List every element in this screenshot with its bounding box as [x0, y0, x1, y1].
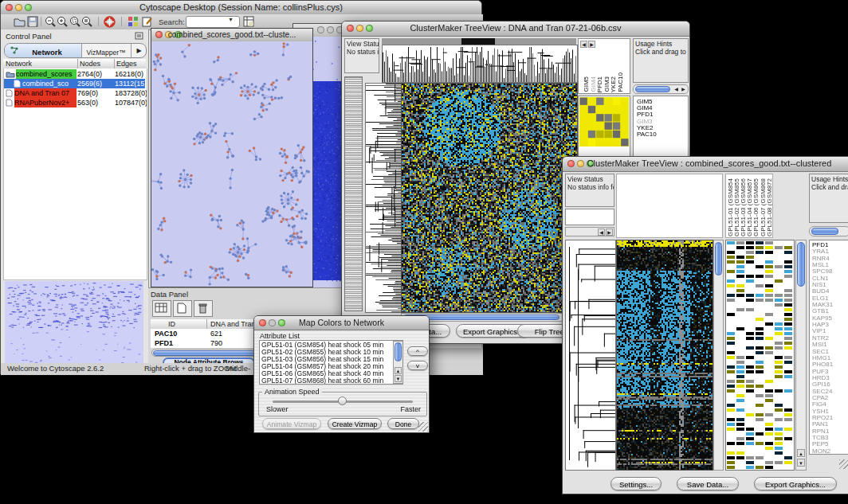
col-id[interactable]: ID — [168, 319, 200, 329]
usage-hints-title: Usage Hints — [811, 175, 848, 183]
column-label[interactable]: GPL51-08 (GSM872 — [767, 178, 773, 236]
treeview2-label-hscrollbar[interactable] — [809, 226, 848, 236]
tab-overflow-arrow-icon[interactable]: ▶ — [131, 44, 147, 57]
column-label[interactable]: GIM5 — [583, 76, 590, 92]
network-view-titlebar[interactable]: combined_scores_good.txt--cluste... — [151, 29, 312, 42]
usage-hints-message: Click and drag to — [635, 48, 686, 56]
move-up-button[interactable]: ^ — [407, 346, 428, 356]
scroll-down-icon[interactable]: ▼ — [797, 459, 805, 467]
scroll-left-icon[interactable]: ◀ — [598, 229, 605, 236]
attr-select-button[interactable] — [152, 300, 171, 317]
resize-grip[interactable] — [418, 422, 428, 432]
col-edges[interactable]: Edges — [114, 59, 150, 68]
done-button[interactable]: Done — [387, 418, 419, 429]
delete-attr-button[interactable] — [194, 300, 213, 317]
selected-cluster-marker — [461, 38, 495, 45]
export-graphics-button[interactable]: Export Graphics... — [754, 477, 837, 490]
treeview2-left-hscrollbar[interactable]: ◀ ▶ — [565, 227, 614, 236]
move-down-button[interactable]: v — [407, 361, 428, 370]
treeview2-titlebar[interactable]: ClusterMaker TreeView : combined_scores_… — [563, 157, 848, 172]
status-right: Middle- — [226, 364, 250, 373]
treeview1-label-hscrollbar[interactable]: ◀ ▶ — [633, 84, 689, 94]
open-folder-icon[interactable] — [14, 16, 26, 27]
treeview2-heatmap-canvas[interactable] — [616, 240, 713, 471]
scroll-left-icon[interactable]: ◀ — [673, 86, 680, 93]
attribute-list: GPL51-01 (GSM854) heat shock 05 minGPL51… — [260, 342, 392, 384]
treeview1-titlebar[interactable]: ClusterMaker TreeView : DNA and Tran 07-… — [342, 21, 689, 37]
tab-network[interactable]: Network — [5, 44, 82, 57]
network-graph-canvas[interactable] — [151, 41, 312, 287]
control-panel-tabs: Network VizMapper™ ▶ — [4, 43, 147, 58]
close-icon[interactable] — [317, 26, 324, 33]
attribute-list-vscrollbar[interactable]: ▲ ▼ — [393, 341, 403, 384]
scroll-up-icon[interactable]: ▲ — [797, 449, 805, 457]
network-row-combined-sco[interactable]: combined_sco 2569(6) 13112(15) — [4, 79, 145, 88]
scroll-down-icon[interactable]: ▼ — [395, 375, 402, 382]
network-name: RNAPuberNov2+ — [14, 98, 77, 107]
scroll-right-icon[interactable]: ▶ — [588, 41, 595, 48]
toolbar-separator — [41, 17, 41, 26]
network-row-rnapuber[interactable]: RNAPuberNov2+ 563(0) 107847(0) — [4, 98, 145, 107]
treeview2-row-dendrogram-canvas[interactable] — [565, 240, 616, 471]
vscroll-thumb[interactable] — [395, 342, 402, 361]
column-label[interactable]: PAC10 — [618, 72, 624, 92]
animate-vizmap-button[interactable]: Animate Vizmap — [262, 418, 321, 429]
desktop: { "colors": { "selection_blue": "#3875d7… — [0, 0, 848, 504]
treeview1-column-dendrogram-canvas[interactable] — [382, 45, 578, 83]
data-row-id[interactable]: PFD1 — [155, 338, 198, 348]
dialog-titlebar[interactable]: Map Colors to Network — [254, 316, 429, 330]
col-nodes[interactable]: Nodes — [77, 59, 114, 68]
treeview1-heatmap-canvas[interactable] — [401, 83, 578, 313]
network-row-dna-tran[interactable]: DNA and Tran 07 769(0) 183728(0) — [4, 88, 145, 98]
save-icon[interactable] — [27, 16, 38, 27]
file-icon — [6, 99, 13, 107]
treeview2-vscrollbar1[interactable] — [713, 240, 724, 471]
vscroll-thumb[interactable] — [715, 242, 722, 275]
hscroll-thumb[interactable] — [635, 86, 670, 92]
zoom-in-icon[interactable] — [57, 16, 68, 27]
network-overview-canvas[interactable] — [5, 281, 143, 367]
settings-button[interactable]: Settings... — [610, 477, 662, 490]
column-label[interactable]: PFD1 — [597, 76, 603, 92]
new-attr-button[interactable] — [173, 300, 192, 317]
search-dropdown-arrow-icon[interactable]: ▼ — [228, 17, 234, 22]
treeview1-global-view[interactable] — [344, 76, 363, 311]
attribute-list-item[interactable]: GPL51-07 (GSM868) heat shock 60 min — [260, 377, 392, 385]
create-vizmap-button[interactable]: Create Vizmap — [328, 418, 382, 429]
table-import-icon[interactable] — [243, 16, 254, 27]
annotation-icon[interactable] — [142, 16, 153, 27]
network-row-combined-scores[interactable]: combined_scores 2764(0) 16218(0) — [4, 69, 145, 79]
slider-thumb[interactable] — [338, 397, 347, 405]
treeview2-detail-canvas[interactable] — [725, 240, 795, 471]
scroll-up-icon[interactable]: ▲ — [395, 367, 402, 374]
treeview2-vscrollbar2[interactable]: ▲ ▼ — [795, 240, 807, 471]
resize-grip[interactable] — [839, 459, 848, 469]
row-label[interactable]: MON2 — [812, 448, 848, 455]
treeview2-corner — [809, 456, 848, 471]
zoom-fit-icon[interactable] — [81, 16, 92, 27]
zoom-selected-icon[interactable] — [69, 16, 80, 27]
minimize-icon[interactable] — [327, 26, 334, 33]
animation-speed-slider[interactable] — [273, 400, 413, 403]
scroll-right-icon[interactable]: ▶ — [606, 229, 613, 236]
scroll-left-icon[interactable]: ◀ — [580, 41, 587, 48]
treeview2-global-box — [565, 209, 614, 225]
vizmapper-icon[interactable] — [128, 16, 139, 27]
main-titlebar[interactable]: Cytoscape Desktop (Session Name: collins… — [1, 1, 481, 15]
tab-vizmapper[interactable]: VizMapper™ — [81, 44, 131, 57]
float-panel-icon[interactable] — [135, 32, 143, 40]
zoom-out-icon[interactable] — [45, 16, 56, 27]
scroll-right-icon[interactable]: ▶ — [680, 86, 687, 93]
hscroll-thumb[interactable] — [811, 228, 838, 235]
save-data-button[interactable]: Save Data... — [677, 477, 739, 490]
lifesaver-icon[interactable] — [104, 16, 116, 28]
treeview1-row-dendrogram-canvas[interactable] — [365, 83, 402, 313]
vscroll-thumb[interactable] — [797, 242, 805, 287]
col-network[interactable]: Network — [6, 59, 74, 68]
row-label[interactable]: PAC10 — [637, 131, 686, 138]
network-name: combined_sco — [22, 79, 77, 88]
data-row-id[interactable]: PAC10 — [155, 329, 198, 338]
treeview2-view-status: View Status No status info fo — [565, 174, 614, 207]
treeview1-usage-hints: Usage Hints Click and drag to — [633, 38, 689, 83]
treeview1-mini-heatmap-canvas[interactable] — [579, 97, 629, 147]
